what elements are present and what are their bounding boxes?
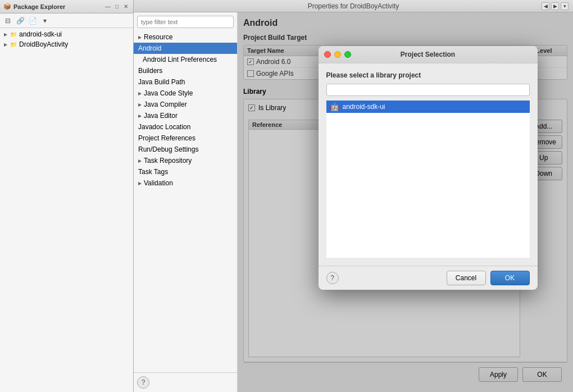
nav-item-builders[interactable]: Builders [134, 65, 237, 76]
nav-item-java-editor[interactable]: Java Editor [134, 110, 237, 121]
close-traffic-light[interactable] [324, 51, 331, 58]
nav-item-project-refs-label: Project References [138, 134, 195, 142]
nav-item-java-compiler-label: Java Compiler [144, 101, 187, 108]
panel-header: 📦 Package Explorer — □ ✕ [0, 0, 133, 13]
tree-arrow-droidboy: ▶ [2, 41, 9, 48]
nav-item-java-code-label: Java Code Style [144, 89, 193, 97]
explorer-toolbar: ⊟ 🔗 📄 ▾ [0, 13, 133, 28]
help-button[interactable]: ? [137, 376, 149, 389]
tree-view: ▶ 📁 android-sdk-ui ▶ 📁 DroidBoyActivity [0, 28, 133, 392]
panel-title: 📦 Package Explorer [3, 3, 65, 10]
nav-item-java-build[interactable]: Java Build Path [134, 76, 237, 88]
tree-item-android-sdk-ui[interactable]: ▶ 📁 android-sdk-ui [0, 29, 133, 39]
nav-item-java-build-label: Java Build Path [138, 78, 185, 86]
nav-bottom: ? [134, 372, 237, 392]
nav-item-resource[interactable]: Resource [134, 31, 237, 43]
link-editor-button[interactable]: 🔗 [15, 15, 26, 26]
nav-item-java-editor-label: Java Editor [144, 112, 178, 120]
filter-box [137, 16, 234, 28]
minimize-button[interactable]: — [104, 3, 112, 11]
package-explorer: 📦 Package Explorer — □ ✕ ⊟ 🔗 📄 ▾ ▶ 📁 and… [0, 0, 134, 392]
dialog-list-item-label: android-sdk-ui [343, 103, 385, 111]
android-sdk-icon: 🤖 [330, 102, 339, 111]
package-explorer-icon: 📦 [3, 3, 11, 10]
tree-item-label: android-sdk-ui [19, 30, 62, 38]
dialog-cancel-button[interactable]: Cancel [447, 271, 486, 285]
tree-item-droidboy-label: DroidBoyActivity [19, 40, 68, 48]
panel-title-text: Package Explorer [13, 3, 65, 10]
maximize-traffic-light[interactable] [344, 51, 351, 58]
dialog-list: 🤖 android-sdk-ui [326, 101, 530, 258]
maximize-button[interactable]: □ [113, 3, 121, 11]
traffic-lights [324, 51, 351, 58]
tree-arrow-android-sdk-ui: ▶ [2, 31, 9, 38]
new-button[interactable]: 📄 [27, 15, 38, 26]
window-titlebar: Properties for DroidBoyActivity ◀ ▶ ▾ [134, 0, 573, 12]
minimize-traffic-light[interactable] [334, 51, 341, 58]
main-panel: Properties for DroidBoyActivity ◀ ▶ ▾ Re… [134, 0, 573, 392]
nav-item-run-debug-label: Run/Debug Settings [138, 145, 198, 153]
menu-button[interactable]: ▾ [39, 15, 51, 26]
nav-item-android[interactable]: Android [134, 43, 237, 54]
nav-item-task-tags-label: Task Tags [138, 168, 168, 176]
toolbar-menu-button[interactable]: ▾ [561, 2, 569, 10]
nav-item-javadoc-label: Javadoc Location [138, 123, 190, 131]
nav-item-validation-label: Validation [144, 179, 173, 187]
dialog-ok-button[interactable]: OK [490, 271, 530, 285]
nav-item-task-repo[interactable]: Task Repository [134, 155, 237, 166]
properties-container: Resource Android Android Lint Preference… [134, 12, 573, 392]
nav-item-android-lint-label: Android Lint Preferences [143, 56, 217, 63]
project-icon-2: 📁 [9, 40, 18, 49]
dialog-search-input[interactable] [326, 84, 530, 96]
nav-item-run-debug[interactable]: Run/Debug Settings [134, 144, 237, 155]
dialog-titlebar: Project Selection [319, 46, 538, 63]
nav-item-builders-label: Builders [138, 67, 162, 75]
nav-item-resource-label: Resource [144, 33, 172, 41]
tree-item-droidboy[interactable]: ▶ 📁 DroidBoyActivity [0, 39, 133, 49]
props-content: Android Project Build Target Target Name… [238, 12, 573, 392]
dialog-list-item-selected[interactable]: 🤖 android-sdk-ui [326, 101, 530, 113]
project-selection-dialog: Project Selection Please select a librar… [319, 46, 538, 290]
dialog-footer: ? Cancel OK [319, 266, 538, 290]
nav-item-android-lint[interactable]: Android Lint Preferences [134, 54, 237, 65]
panel-controls: — □ ✕ [104, 3, 130, 11]
nav-list: Resource Android Android Lint Preference… [134, 31, 237, 372]
collapse-all-button[interactable]: ⊟ [2, 15, 13, 26]
toolbar-back-button[interactable]: ◀ [542, 2, 549, 10]
dialog-footer-right: Cancel OK [447, 271, 530, 285]
filter-input[interactable] [137, 16, 234, 28]
project-icon: 📁 [9, 30, 18, 39]
props-nav: Resource Android Android Lint Preference… [134, 12, 238, 392]
nav-item-task-repo-label: Task Repository [144, 157, 192, 165]
dialog-description: Please select a library project [326, 71, 530, 79]
dialog-body: Please select a library project 🤖 androi… [319, 63, 538, 266]
nav-item-validation[interactable]: Validation [134, 177, 237, 189]
nav-item-javadoc[interactable]: Javadoc Location [134, 121, 237, 133]
dialog-title-text: Project Selection [401, 51, 455, 58]
toolbar-forward-button[interactable]: ▶ [551, 2, 559, 10]
nav-item-java-code[interactable]: Java Code Style [134, 88, 237, 99]
nav-item-java-compiler[interactable]: Java Compiler [134, 99, 237, 110]
modal-overlay: Project Selection Please select a librar… [238, 12, 573, 392]
window-title-text: Properties for DroidBoyActivity [308, 2, 399, 10]
nav-item-task-tags[interactable]: Task Tags [134, 166, 237, 177]
nav-item-project-refs[interactable]: Project References [134, 133, 237, 144]
nav-item-android-label: Android [138, 44, 161, 52]
close-button[interactable]: ✕ [122, 3, 130, 11]
dialog-help-button[interactable]: ? [326, 272, 339, 284]
